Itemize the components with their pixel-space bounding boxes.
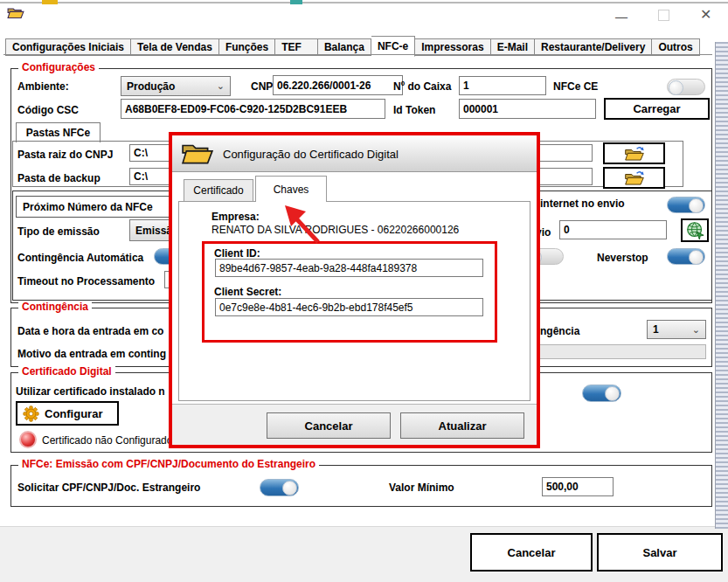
folder-open-icon — [624, 146, 645, 162]
carregar-button-label: Carregar — [633, 102, 680, 115]
taskbar-sliver-teal — [290, 0, 302, 4]
tabpage-top-border — [3, 54, 712, 55]
cancelar-button-label: Cancelar — [508, 546, 556, 559]
ambiente-select[interactable]: Produção ⌄ — [121, 76, 231, 96]
salvar-button[interactable]: Salvar — [597, 533, 723, 572]
background-window-edge — [715, 42, 728, 529]
utilizar-certificado-label: Utilizar certificado instalado n — [16, 385, 165, 398]
tab-impressoras[interactable]: Impressoras — [415, 38, 490, 56]
codigo-csc-label: Código CSC — [17, 104, 79, 116]
proximo-numero-label: Próximo Número da NFCe — [23, 201, 153, 213]
id-token-label: Id Token — [393, 104, 435, 116]
internet-no-envio-label: internet no envio — [540, 197, 625, 210]
group-nfce-cpf-title: NFCe: Emissão com CPF/CNPJ/Documento do … — [18, 458, 319, 470]
test-internet-button[interactable] — [681, 218, 709, 242]
solicitar-cpf-label: Solicitar CPF/CNPJ/Doc. Estrangeiro — [17, 482, 200, 494]
tipo-contingencia-label-fragment: ngência — [540, 325, 579, 337]
client-secret-label: Client Secret: — [214, 286, 281, 298]
numero-caixa-field[interactable] — [459, 76, 546, 95]
valor-minimo-field[interactable] — [542, 477, 614, 496]
nfce-ce-toggle[interactable] — [667, 79, 705, 95]
window-icon folder-icon — [7, 6, 24, 24]
top-edge-line — [0, 2, 728, 3]
annotation-arrow-icon — [281, 202, 327, 251]
client-id-label: Client ID: — [214, 247, 260, 260]
dialog-tab-chaves[interactable]: Chaves — [255, 176, 327, 202]
motivo-contingencia-label: Motivo da entrada em conting — [17, 348, 166, 360]
client-secret-field[interactable] — [215, 298, 483, 316]
pasta-raiz-browse-button[interactable] — [603, 142, 665, 164]
certificado-status-led-icon — [19, 431, 37, 448]
close-button[interactable]: ✕ — [700, 9, 711, 21]
configurar-button[interactable]: Configurar — [16, 401, 119, 426]
configurar-button-label: Configurar — [45, 407, 102, 420]
tipo-contingencia-select[interactable]: 1 ⌄ — [647, 320, 706, 339]
taskbar-sliver-yellow — [42, 0, 58, 4]
chevron-down-icon: ⌄ — [692, 324, 700, 336]
pasta-backup-browse-button[interactable] — [603, 167, 665, 189]
dialog-tab-chaves-label: Chaves — [274, 184, 309, 196]
minimize-button[interactable]: — — [615, 10, 627, 23]
certificado-dialog: Configuração do Certificado Digital Cert… — [169, 132, 540, 448]
cancelar-button[interactable]: Cancelar — [470, 533, 593, 572]
group-contingencia-title: Contingência — [18, 301, 92, 313]
neverstop-toggle[interactable] — [667, 248, 705, 265]
dialog-title: Configuração do Certificado Digital — [223, 135, 399, 172]
carregar-button[interactable]: Carregar — [604, 98, 710, 120]
tab-outros[interactable]: Outros — [652, 38, 699, 56]
client-id-field[interactable] — [215, 259, 483, 277]
tab-email[interactable]: E-Mail — [491, 38, 535, 56]
dialog-tab-certificado-label: Certificado — [193, 184, 243, 197]
pasta-backup-label: Pasta de backup — [17, 172, 101, 184]
ambiente-label: Ambiente: — [17, 80, 69, 93]
data-entrada-contingencia-label: Data e hora da entrada em co — [17, 325, 163, 337]
valor-minimo-label: Valor Mínimo — [389, 482, 454, 494]
tab-tef[interactable]: TEF — [275, 38, 318, 56]
codigo-csc-field[interactable] — [121, 99, 385, 119]
pastas-nfce-tab-label: Pastas NFCe — [26, 127, 90, 139]
maximize-button[interactable] — [658, 10, 669, 21]
empresa-value: RENATO DA SILVA RODRIGUES - 062202660001… — [211, 224, 459, 236]
tab-configuracoes-iniciais[interactable]: Configurações Iniciais — [5, 38, 131, 56]
pasta-raiz-label: Pasta raiz do CNPJ — [17, 149, 113, 161]
main-tabstrip: Configurações Iniciais Tela de Vendas Fu… — [5, 35, 700, 56]
utilizar-certificado-toggle[interactable] — [582, 385, 621, 402]
group-certificado-digital-title: Certificado Digital — [18, 365, 115, 378]
internet-no-envio-toggle[interactable] — [667, 197, 705, 213]
cnpj-field[interactable] — [273, 75, 403, 95]
id-token-field[interactable] — [459, 99, 596, 119]
dialog-cancelar-button[interactable]: Cancelar — [267, 412, 391, 439]
envio-field[interactable] — [559, 220, 667, 239]
timeout-processamento-label: Timeout no Processamento — [17, 275, 155, 288]
nfce-ce-label: NFCe CE — [553, 80, 598, 93]
tipo-contingencia-value: 1 — [653, 323, 659, 336]
contingencia-automatica-label: Contingência Automática — [17, 252, 143, 264]
dialog-atualizar-label: Atualizar — [439, 419, 487, 433]
folder-open-icon — [624, 170, 645, 186]
tab-restaurante-delivery[interactable]: Restaurante/Delivery — [535, 38, 652, 56]
tab-balanca[interactable]: Balança — [318, 38, 371, 56]
dialog-cancelar-label: Cancelar — [305, 419, 353, 433]
certificado-status-label: Certificado não Configurado — [42, 434, 172, 447]
dialog-atualizar-button[interactable]: Atualizar — [400, 412, 524, 439]
pastas-nfce-tab[interactable]: Pastas NFCe — [16, 122, 101, 142]
tab-funcoes[interactable]: Funções — [219, 38, 275, 56]
folder-open-icon — [181, 140, 214, 171]
gear-icon — [23, 405, 39, 422]
dialog-tab-certificado[interactable]: Certificado — [184, 179, 253, 202]
empresa-label: Empresa: — [211, 211, 260, 223]
chevron-down-icon: ⌄ — [217, 80, 225, 92]
salvar-button-label: Salvar — [642, 546, 676, 559]
tab-tela-de-vendas[interactable]: Tela de Vendas — [131, 38, 219, 56]
group-configuracoes-title: Configurações — [18, 61, 99, 73]
neverstop-label: Neverstop — [597, 252, 648, 264]
app-window: — ✕ Configurações Iniciais Tela de Venda… — [0, 0, 728, 582]
tipo-emissao-label: Tipo de emissão — [17, 225, 100, 238]
ambiente-value: Produção — [127, 80, 175, 93]
solicitar-cpf-toggle[interactable] — [260, 479, 299, 496]
globe-icon — [686, 221, 704, 239]
numero-caixa-label: Nº do Caixa — [393, 80, 451, 93]
